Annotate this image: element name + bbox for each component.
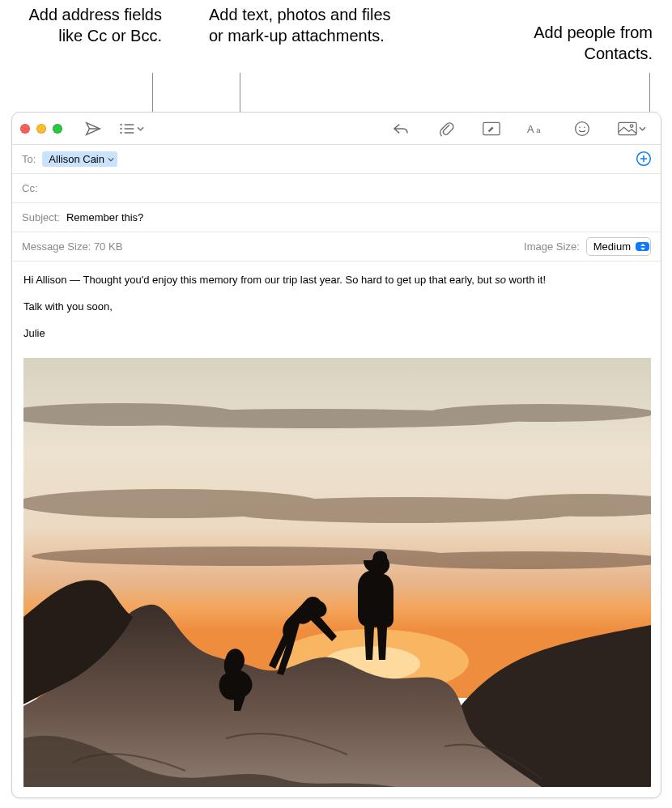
minimize-window-button[interactable] (36, 124, 46, 134)
plus-circle-icon (636, 151, 652, 167)
body-paragraph: Hi Allison — Thought you'd enjoy this me… (23, 273, 649, 288)
body-paragraph: Talk with you soon, (23, 300, 649, 315)
svg-point-12 (584, 126, 585, 128)
mail-compose-window: A a (11, 112, 661, 798)
message-size-label: Message Size: (22, 240, 91, 253)
svg-rect-13 (619, 122, 636, 134)
recipient-name: Allison Cain (49, 153, 104, 165)
cc-field-row[interactable]: Cc: (12, 174, 661, 203)
toolbar-group-right: A a (391, 119, 646, 138)
list-bullet-icon (119, 122, 135, 135)
callout-attachments: Add text, photos and files or mark-up at… (209, 5, 395, 46)
cc-label: Cc: (22, 182, 38, 194)
subject-label: Subject: (22, 211, 60, 223)
compose-header-fields: To: Allison Cain Cc: Subject: Remember t… (12, 145, 661, 262)
reply-arrow-icon (392, 121, 410, 136)
callouts-area: Add address fields like Cc or Bcc. Add t… (0, 0, 672, 89)
svg-text:A: A (527, 122, 534, 134)
zoom-window-button[interactable] (53, 124, 62, 134)
subject-value: Remember this? (66, 211, 143, 223)
smiley-icon (574, 121, 590, 137)
callout-add-contacts: Add people from Contacts. (483, 23, 653, 64)
emoji-button[interactable] (572, 119, 592, 138)
window-controls (20, 124, 62, 134)
image-size-label: Image Size: (524, 240, 580, 253)
add-contact-button[interactable] (635, 150, 653, 168)
attached-image[interactable] (23, 358, 651, 787)
svg-point-2 (120, 127, 121, 129)
markup-icon (483, 121, 500, 136)
svg-point-11 (579, 126, 581, 128)
svg-point-14 (630, 124, 632, 126)
to-label: To: (22, 153, 36, 165)
subject-field-row[interactable]: Subject: Remember this? (12, 203, 661, 232)
photo-icon (618, 121, 637, 136)
svg-point-21 (428, 404, 651, 422)
close-window-button[interactable] (20, 124, 30, 134)
message-size: Message Size: 70 KB (22, 240, 122, 253)
message-size-value: 70 KB (94, 240, 122, 253)
body-signature: Julie (23, 326, 649, 342)
svg-point-1 (120, 123, 121, 125)
send-button[interactable] (83, 119, 103, 138)
stepper-arrows-icon (636, 242, 649, 251)
meta-row: Message Size: 70 KB Image Size: Medium (12, 232, 661, 262)
image-size-select[interactable]: Medium (586, 240, 651, 253)
paper-plane-icon (84, 120, 102, 138)
photo-browser-button[interactable] (618, 119, 646, 138)
attach-button[interactable] (436, 119, 456, 138)
recipient-token[interactable]: Allison Cain (42, 151, 117, 167)
markup-button[interactable] (482, 119, 501, 138)
callout-header-fields: Add address fields like Cc or Bcc. (16, 5, 162, 46)
chevron-down-icon (108, 157, 114, 162)
reply-button[interactable] (391, 119, 410, 138)
svg-point-3 (120, 131, 121, 133)
chevron-down-icon (137, 126, 144, 131)
to-field-row[interactable]: To: Allison Cain (12, 145, 661, 174)
paperclip-icon (438, 120, 454, 138)
format-text-icon: A a (527, 121, 547, 136)
svg-point-10 (576, 121, 589, 135)
header-fields-menu[interactable] (119, 119, 144, 138)
sunset-photo-drawing (23, 358, 651, 787)
format-button[interactable]: A a (527, 119, 547, 138)
toolbar-group-left (83, 119, 144, 138)
window-toolbar: A a (12, 113, 661, 145)
svg-text:a: a (536, 125, 541, 134)
chevron-down-icon (639, 126, 646, 131)
message-body[interactable]: Hi Allison — Thought you'd enjoy this me… (12, 262, 661, 358)
